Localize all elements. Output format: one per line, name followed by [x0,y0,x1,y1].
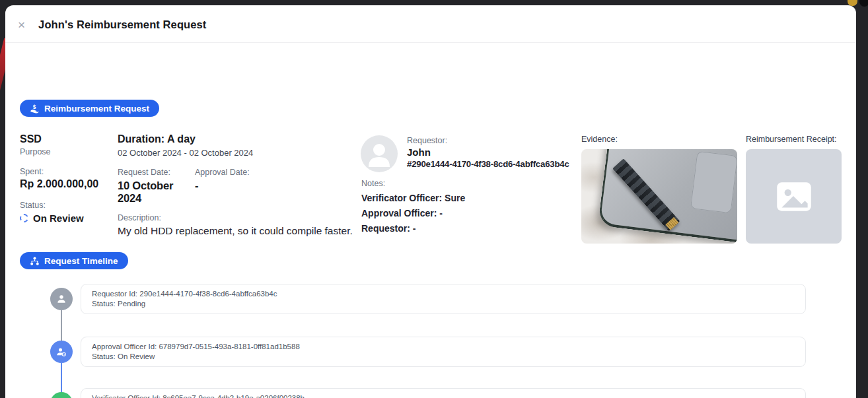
timeline-id-text: Verificator Officer Id: 8c605ea7-9cca-4d… [92,393,795,398]
timeline-card: Verificator Officer Id: 8c605ea7-9cca-4d… [81,388,806,398]
modal-title: John's Reimbursement Request [38,18,206,31]
requestor-info: Requestor: John #290e1444-4170-4f38-8cd6… [407,136,569,169]
note-approval: Approval Officer: - [361,208,465,218]
hand-holding-dollar-icon: $ [30,104,40,114]
timeline-item-requestor: Requestor Id: 290e1444-4170-4f38-8cd6-4a… [20,284,806,314]
request-timeline: Requestor Id: 290e1444-4170-4f38-8cd6-4a… [20,284,842,398]
requestor-id: #290e1444-4170-4f38-8cd6-4abffca63b4c [407,159,569,169]
approval-date-cell: Approval Date: - [195,168,250,205]
timeline-id-text: Approval Officer Id: 678979d7-0515-493a-… [92,342,795,352]
timeline-id-text: Requestor Id: 290e1444-4170-4f38-8cd6-4a… [92,289,795,299]
receipt-placeholder [746,149,842,244]
request-date-value: 10 October 2024 [118,180,195,205]
timeline-item-approval-officer: Approval Officer Id: 678979d7-0515-493a-… [20,337,806,367]
user-check-icon [50,392,73,398]
dates-row: Request Date: 10 October 2024 Approval D… [118,168,362,205]
request-details: SSD Purpose Spent: Rp 2.000.000,00 Statu… [20,130,842,249]
close-icon[interactable]: × [17,18,26,31]
evidence-image[interactable] [581,149,737,244]
spent-label: Spent: [20,167,116,176]
receipt-label: Reimbursement Receipt: [746,135,842,144]
note-verificator: Verificator Officer: Sure [361,193,465,203]
sitemap-icon [30,256,40,266]
purpose-label: Purpose [20,147,116,156]
timeline-status-text: Status: Pending [92,299,795,309]
request-date-cell: Request Date: 10 October 2024 [118,168,195,205]
purpose-value: SSD [20,133,116,145]
description-label: Description: [118,213,362,222]
approval-date-value: - [195,180,250,192]
reimbursement-request-badge: $ Reimbursement Request [20,100,159,117]
timeline-card: Requestor Id: 290e1444-4170-4f38-8cd6-4a… [81,284,806,314]
user-icon [50,288,73,310]
modal-header: × John's Reimbursement Request [5,5,856,43]
notes-block: Notes: Verificator Officer: Sure Approva… [361,179,465,234]
trackpad-photo-shape [690,151,737,214]
timeline-status-text: Status: On Review [92,352,795,362]
backdrop-avatar-peek [859,0,868,7]
status-row: On Review [20,213,116,224]
status-label: Status: [20,201,116,210]
user-icon [361,135,398,172]
duration-dates-column: Duration: A day 02 October 2024 - 02 Oct… [118,133,362,237]
spent-value: Rp 2.000.000,00 [20,178,116,190]
receipt-column: Reimbursement Receipt: [746,135,842,244]
spinner-icon [20,214,28,222]
description-value: My old HDD replacement, so it could comp… [118,225,362,237]
image-placeholder-icon [772,175,816,218]
requestor-label: Requestor: [407,136,569,145]
requestor-avatar [361,135,398,172]
approval-date-label: Approval Date: [195,168,250,177]
duration-value: Duration: A day [118,133,362,145]
notes-label: Notes: [361,179,465,188]
evidence-label: Evidence: [581,135,737,144]
badge-label: Reimbursement Request [44,104,149,114]
duration-range: 02 October 2024 - 02 October 2024 [118,148,362,158]
purpose-spent-status-column: SSD Purpose Spent: Rp 2.000.000,00 Statu… [20,133,116,224]
reimbursement-modal: × John's Reimbursement Request $ Reimbur… [5,5,856,398]
note-requestor: Requestor: - [361,223,465,234]
svg-text:$: $ [33,104,36,110]
status-value: On Review [33,213,84,224]
request-date-label: Request Date: [118,168,195,177]
evidence-column: Evidence: [581,135,737,244]
badge-label: Request Timeline [44,256,118,266]
timeline-item-verificator-officer: Verificator Officer Id: 8c605ea7-9cca-4d… [20,388,806,398]
requestor-name: John [407,147,569,158]
timeline-card: Approval Officer Id: 678979d7-0515-493a-… [81,337,806,367]
request-timeline-badge: Request Timeline [20,252,128,269]
user-clock-icon [50,341,73,363]
